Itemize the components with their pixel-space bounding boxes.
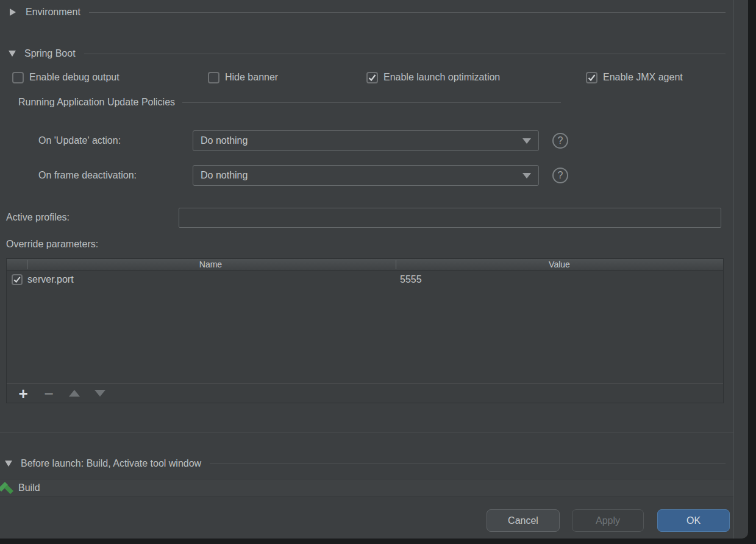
cell-parameter-value: 5555 <box>400 274 422 285</box>
cell-parameter-name: server.port <box>27 274 74 285</box>
table-header: Name Value <box>7 259 723 271</box>
checkbox-enable-debug-output[interactable]: Enable debug output <box>12 69 119 86</box>
on-frame-deactivation-label: On frame deactivation: <box>38 170 137 181</box>
on-update-action-row: On 'Update' action: Do nothing ? <box>0 130 573 151</box>
arrow-up-icon <box>69 390 80 397</box>
row-checkbox-checked[interactable] <box>12 274 23 285</box>
minus-icon: − <box>44 386 53 401</box>
ok-button[interactable]: OK <box>657 509 730 532</box>
active-profiles-input[interactable] <box>179 208 721 228</box>
build-hammer-icon <box>0 481 15 495</box>
chevron-down-icon <box>5 461 12 467</box>
on-update-action-label: On 'Update' action: <box>38 135 121 146</box>
checkbox-enable-launch-optimization[interactable]: Enable launch optimization <box>366 69 500 86</box>
checkbox-label: Enable launch optimization <box>383 72 500 83</box>
checkbox-label: Hide banner <box>225 72 278 83</box>
on-update-action-combobox[interactable]: Do nothing <box>193 130 539 151</box>
separator-line <box>210 464 726 464</box>
update-policies-title: Running Application Update Policies <box>18 97 561 108</box>
screenshot-stage: Environment Spring Boot Enable debug out… <box>0 0 756 544</box>
move-down-button[interactable] <box>91 390 109 397</box>
on-frame-deactivation-combobox[interactable]: Do nothing <box>193 165 539 186</box>
cancel-button[interactable]: Cancel <box>487 509 560 532</box>
run-configuration-dialog: Environment Spring Boot Enable debug out… <box>0 0 748 539</box>
table-toolbar: + − <box>7 383 723 403</box>
move-up-button[interactable] <box>65 390 84 397</box>
chevron-right-icon <box>10 9 16 16</box>
checkbox-icon <box>208 72 219 83</box>
on-frame-deactivation-row: On frame deactivation: Do nothing ? <box>0 165 573 186</box>
separator-line <box>182 102 561 103</box>
section-spring-boot[interactable]: Spring Boot <box>9 48 726 59</box>
apply-button[interactable]: Apply <box>572 509 644 532</box>
checkbox-hide-banner[interactable]: Hide banner <box>208 69 278 86</box>
separator-line <box>84 54 726 54</box>
chevron-down-icon <box>522 173 531 178</box>
arrow-down-icon <box>94 390 105 397</box>
before-launch-task-list: Build <box>0 479 733 497</box>
checkbox-enable-jmx-agent[interactable]: Enable JMX agent <box>586 69 683 86</box>
panel-divider <box>0 433 733 433</box>
add-button[interactable]: + <box>14 386 32 401</box>
separator-line <box>89 12 726 13</box>
combobox-selected-value: Do nothing <box>201 170 522 181</box>
checkbox-label: Enable JMX agent <box>603 72 683 83</box>
combobox-selected-value: Do nothing <box>201 135 522 146</box>
help-icon[interactable]: ? <box>552 168 568 183</box>
column-header-value[interactable]: Value <box>396 260 723 269</box>
remove-button[interactable]: − <box>40 386 58 401</box>
table-row[interactable]: server.port 5555 <box>7 271 723 288</box>
scrollbar-track-divider[interactable] <box>733 0 734 539</box>
plus-icon: + <box>18 386 27 401</box>
update-policies-title-label: Running Application Update Policies <box>18 97 175 108</box>
checkbox-label: Enable debug output <box>29 72 119 83</box>
task-label: Build <box>18 482 40 493</box>
section-environment[interactable]: Environment <box>10 7 726 18</box>
chevron-down-icon <box>522 138 531 144</box>
help-icon[interactable]: ? <box>552 133 568 149</box>
task-row-build[interactable]: Build <box>0 479 733 496</box>
section-before-launch-label: Before launch: Build, Activate tool wind… <box>21 458 201 469</box>
override-parameters-table: Name Value server.port 5555 + − <box>6 258 724 403</box>
checkmark-icon <box>586 72 597 83</box>
section-environment-label: Environment <box>26 7 80 18</box>
section-before-launch[interactable]: Before launch: Build, Activate tool wind… <box>5 458 726 469</box>
checkmark-icon <box>366 72 378 83</box>
column-header-name[interactable]: Name <box>27 260 394 269</box>
checkbox-icon <box>12 72 24 83</box>
active-profiles-label: Active profiles: <box>6 212 70 223</box>
override-parameters-label: Override parameters: <box>6 239 98 250</box>
section-spring-boot-label: Spring Boot <box>24 48 76 59</box>
chevron-down-icon <box>9 51 16 57</box>
